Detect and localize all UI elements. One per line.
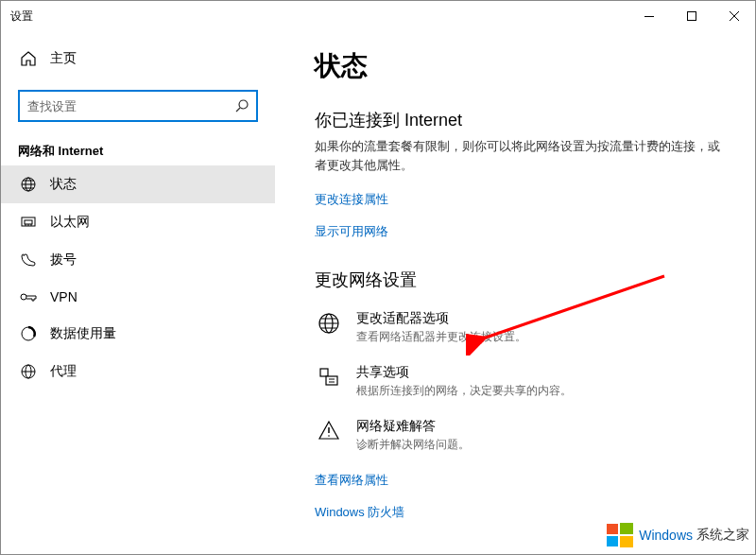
- sidebar-section-header: 网络和 Internet: [18, 143, 258, 160]
- sharing-icon: [315, 364, 343, 399]
- svg-rect-19: [607, 536, 618, 546]
- sidebar-item-label: 数据使用量: [50, 325, 116, 342]
- window-controls: [627, 1, 755, 31]
- adapter-options-row[interactable]: 更改适配器选项 查看网络适配器并更改连接设置。: [315, 310, 727, 345]
- close-button[interactable]: [713, 1, 755, 31]
- dialup-icon: [20, 252, 37, 268]
- svg-point-7: [21, 294, 26, 300]
- windows-logo-icon: [605, 520, 635, 550]
- home-button[interactable]: 主页: [1, 41, 275, 77]
- firewall-link[interactable]: Windows 防火墙: [315, 504, 727, 521]
- home-icon: [20, 51, 37, 66]
- svg-rect-18: [620, 523, 633, 534]
- sidebar-item-dialup[interactable]: 拨号: [1, 241, 275, 279]
- titlebar: 设置: [1, 1, 755, 31]
- troubleshoot-row[interactable]: 网络疑难解答 诊断并解决网络问题。: [315, 418, 727, 453]
- vpn-icon: [20, 290, 37, 304]
- sidebar-item-label: 以太网: [50, 214, 90, 231]
- connected-desc: 如果你的流量套餐有限制，则你可以将此网络设置为按流量计费的连接，或者更改其他属性…: [315, 137, 727, 174]
- window-title: 设置: [10, 9, 33, 25]
- proxy-icon: [20, 364, 37, 379]
- adapter-desc: 查看网络适配器并更改连接设置。: [356, 329, 526, 345]
- sidebar-item-proxy[interactable]: 代理: [1, 353, 275, 390]
- page-title: 状态: [315, 48, 727, 84]
- sidebar-item-status[interactable]: 状态: [1, 165, 275, 203]
- sidebar-item-label: 拨号: [50, 251, 77, 269]
- watermark-text: 系统之家: [696, 527, 749, 544]
- sidebar-item-vpn[interactable]: VPN: [1, 279, 275, 315]
- home-label: 主页: [50, 50, 77, 67]
- sharing-title: 共享选项: [356, 364, 572, 381]
- view-network-props-link[interactable]: 查看网络属性: [315, 472, 727, 489]
- svg-rect-17: [607, 524, 618, 534]
- change-connection-props-link[interactable]: 更改连接属性: [315, 191, 727, 208]
- troubleshoot-icon: [315, 418, 343, 453]
- watermark-brand: Windows: [639, 528, 693, 543]
- watermark: Windows 系统之家: [605, 520, 749, 550]
- troubleshoot-title: 网络疑难解答: [356, 418, 470, 435]
- ethernet-icon: [20, 215, 37, 230]
- sharing-desc: 根据所连接到的网络，决定要共享的内容。: [356, 383, 572, 399]
- sidebar-item-label: 状态: [50, 176, 77, 193]
- show-networks-link[interactable]: 显示可用网络: [315, 223, 727, 240]
- main-content: 状态 你已连接到 Internet 如果你的流量套餐有限制，则你可以将此网络设置…: [275, 31, 755, 554]
- svg-rect-1: [687, 12, 696, 21]
- search-field[interactable]: [27, 99, 227, 113]
- adapter-icon: [315, 310, 343, 345]
- change-network-section-title: 更改网络设置: [315, 269, 727, 291]
- sharing-options-row[interactable]: 共享选项 根据所连接到的网络，决定要共享的内容。: [315, 364, 727, 399]
- adapter-title: 更改适配器选项: [356, 310, 526, 327]
- troubleshoot-desc: 诊断并解决网络问题。: [356, 437, 470, 453]
- sidebar-item-label: 代理: [50, 363, 77, 380]
- sidebar-item-ethernet[interactable]: 以太网: [1, 203, 275, 241]
- search-input[interactable]: [18, 90, 258, 122]
- search-icon: [235, 99, 249, 113]
- svg-rect-20: [620, 536, 633, 547]
- sidebar-item-data-usage[interactable]: 数据使用量: [1, 315, 275, 353]
- data-usage-icon: [20, 326, 37, 341]
- svg-point-2: [239, 100, 248, 109]
- svg-point-15: [328, 435, 330, 437]
- maximize-button[interactable]: [670, 1, 713, 31]
- globe-icon: [20, 177, 37, 192]
- minimize-button[interactable]: [627, 1, 670, 31]
- svg-rect-13: [320, 369, 328, 376]
- connected-title: 你已连接到 Internet: [315, 109, 727, 131]
- svg-rect-6: [25, 220, 32, 224]
- sidebar-item-label: VPN: [50, 289, 77, 304]
- svg-rect-14: [326, 376, 337, 385]
- svg-rect-0: [644, 16, 654, 17]
- sidebar: 主页 网络和 Internet 状态 以太网: [1, 31, 275, 554]
